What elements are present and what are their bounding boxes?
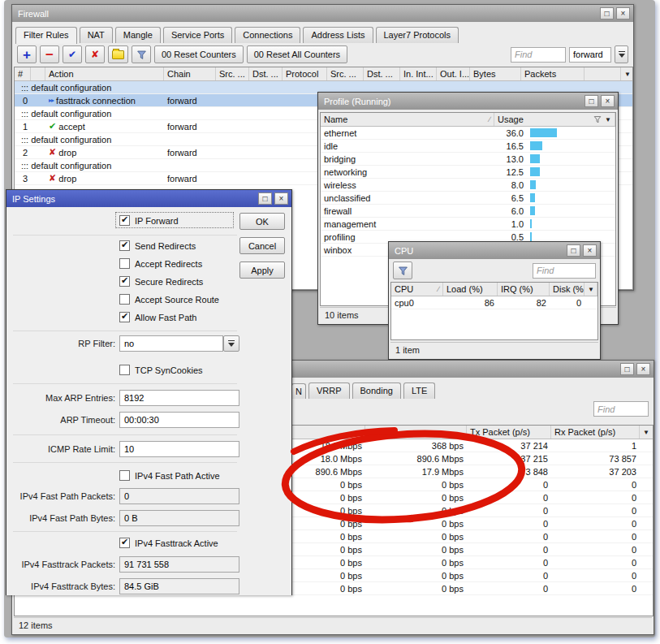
col-src-port[interactable]: Src. ... — [327, 67, 364, 80]
tab-address-lists[interactable]: Address Lists — [303, 27, 373, 43]
tab-nat[interactable]: NAT — [80, 27, 113, 43]
add-rule-button[interactable]: + — [17, 45, 37, 63]
ipv4-fasttrack-packets-label: IPv4 Fasttrack Packets: — [10, 560, 115, 569]
tab-vrrp[interactable]: VRRP — [308, 383, 350, 399]
col-out-interface[interactable]: Out. I... — [437, 67, 470, 80]
tab-layer7-protocols[interactable]: Layer7 Protocols — [376, 27, 459, 43]
arp-timeout-input[interactable] — [119, 412, 239, 428]
cpu-find-input[interactable] — [533, 263, 596, 279]
ipv4-fast-path-active-checkbox[interactable] — [119, 470, 130, 481]
chain-filter-select[interactable] — [569, 47, 611, 63]
list-item[interactable]: management 1.0 — [321, 218, 615, 231]
tab-mangle[interactable]: Mangle — [115, 27, 161, 43]
close-icon[interactable]: × — [616, 7, 630, 19]
comment-button[interactable] — [108, 45, 128, 63]
maximize-icon[interactable]: □ — [585, 95, 598, 107]
list-item[interactable]: bridging 13.0 — [321, 153, 615, 166]
col-chain[interactable]: Chain — [164, 67, 216, 80]
maximize-icon[interactable]: □ — [620, 363, 634, 375]
list-item[interactable]: wireless 8.0 — [321, 179, 615, 192]
funnel-icon[interactable] — [593, 115, 602, 123]
col-dst[interactable]: Dst. ... — [249, 67, 283, 80]
rp-filter-select[interactable] — [119, 335, 223, 352]
allow-fast-path-checkbox[interactable] — [119, 312, 130, 322]
enable-rule-button[interactable]: ✔ — [63, 45, 82, 63]
maximize-icon[interactable]: □ — [258, 192, 272, 205]
list-item[interactable]: unclassified 6.5 — [321, 192, 615, 205]
secure-redirects-checkbox[interactable] — [119, 276, 130, 287]
col-protocol[interactable]: Protocol — [283, 67, 327, 80]
col-packets[interactable]: Packets — [521, 67, 585, 80]
profile-usage-value: 1.0 — [494, 218, 527, 230]
tab-service-ports[interactable]: Service Ports — [163, 27, 232, 43]
list-item[interactable]: ethernet 36.0 — [321, 127, 615, 140]
col-load[interactable]: Load (%) — [443, 283, 498, 296]
reset-counters-button[interactable]: 00 Reset Counters — [154, 45, 244, 63]
cancel-button[interactable]: Cancel — [239, 237, 285, 254]
reset-all-counters-button[interactable]: 00 Reset All Counters — [247, 45, 347, 63]
filter-button[interactable] — [132, 45, 151, 63]
ip-forward-label: IP Forward — [135, 216, 179, 226]
cpu-titlebar[interactable]: CPU □ × — [389, 242, 600, 259]
ok-button[interactable]: OK — [239, 213, 285, 230]
chain-filter-dropdown-button[interactable] — [615, 45, 628, 63]
tab-filter-rules[interactable]: Filter Rules — [15, 27, 77, 44]
list-item[interactable]: idle 16.5 — [321, 140, 615, 153]
accept-redirects-checkbox[interactable] — [119, 258, 130, 269]
apply-button[interactable]: Apply — [239, 261, 285, 279]
firewall-find-input[interactable] — [511, 47, 566, 63]
column-selector-button[interactable]: ▼ — [640, 426, 654, 439]
col-action[interactable]: Action — [45, 67, 164, 80]
maximize-icon[interactable]: □ — [600, 7, 614, 19]
send-redirects-checkbox[interactable] — [119, 240, 130, 251]
icmp-rate-limit-input[interactable] — [119, 441, 239, 457]
col-rx-packet[interactable]: Rx Packet (p/s) — [551, 426, 640, 439]
col-disk[interactable]: Disk (%) — [550, 283, 585, 296]
col-icon[interactable] — [31, 67, 45, 80]
close-icon[interactable]: × — [636, 363, 650, 375]
ipv4-fasttrack-active-checkbox[interactable] — [119, 538, 130, 548]
col-irq[interactable]: IRQ (%) — [498, 283, 550, 296]
tcp-syncookies-checkbox[interactable] — [119, 365, 130, 375]
maximize-icon[interactable]: □ — [567, 244, 580, 257]
close-icon[interactable]: × — [601, 95, 615, 107]
cpu-filter-button[interactable] — [393, 261, 412, 279]
tab-connections[interactable]: Connections — [235, 27, 300, 43]
ip-settings-titlebar[interactable]: IP Settings □ × — [6, 190, 291, 207]
close-icon[interactable]: × — [583, 244, 597, 257]
accept-source-route-checkbox[interactable] — [119, 294, 130, 305]
close-icon[interactable]: × — [274, 192, 288, 205]
col-tx-packet[interactable]: Tx Packet (p/s) — [467, 426, 551, 439]
col-cpu[interactable]: CPU∕ — [391, 283, 443, 296]
ipv4-fast-path-packets-label: IPv4 Fast Path Packets: — [10, 491, 115, 501]
col-in-interface[interactable]: In. Int... — [400, 67, 437, 80]
column-selector-button[interactable]: ▼ — [621, 67, 633, 80]
col-tx[interactable] — [283, 426, 365, 439]
remove-rule-button[interactable]: − — [40, 45, 59, 63]
col-num[interactable]: # — [15, 67, 31, 80]
list-item[interactable]: networking 12.5 — [321, 166, 615, 179]
col-bytes[interactable]: Bytes — [470, 67, 521, 80]
list-item[interactable]: firewall 6.0 — [321, 205, 615, 218]
ip-forward-checkbox[interactable] — [119, 215, 130, 226]
profile-titlebar[interactable]: Profile (Running) □ × — [318, 93, 618, 110]
col-src[interactable]: Src. ... — [216, 67, 249, 80]
table-row[interactable]: cpu0 86 82 0 — [391, 296, 597, 309]
items-count: 10 items — [325, 310, 359, 320]
cpu-statusbar: 1 item — [390, 342, 598, 357]
column-selector-button[interactable]: ▼ — [585, 283, 597, 296]
tab-lte[interactable]: LTE — [403, 383, 435, 399]
tab-vlan-partial[interactable]: N — [291, 383, 306, 399]
rp-filter-dropdown-button[interactable] — [223, 335, 239, 352]
chevron-down-icon[interactable]: ▼ — [605, 116, 611, 123]
max-arp-entries-input[interactable] — [119, 390, 239, 406]
col-rx[interactable]: Rx — [365, 426, 467, 439]
tab-bonding[interactable]: Bonding — [352, 383, 401, 399]
firewall-titlebar[interactable]: Firewall □ × — [12, 5, 633, 22]
disable-rule-button[interactable]: ✘ — [85, 45, 105, 63]
col-dst-port[interactable]: Dst. ... — [364, 67, 400, 80]
profile-table-header: Name∕ Usage ▼ — [321, 113, 615, 127]
col-usage[interactable]: Usage ▼ — [494, 113, 615, 126]
col-name[interactable]: Name∕ — [321, 113, 494, 126]
interface-find-input[interactable] — [593, 401, 649, 417]
